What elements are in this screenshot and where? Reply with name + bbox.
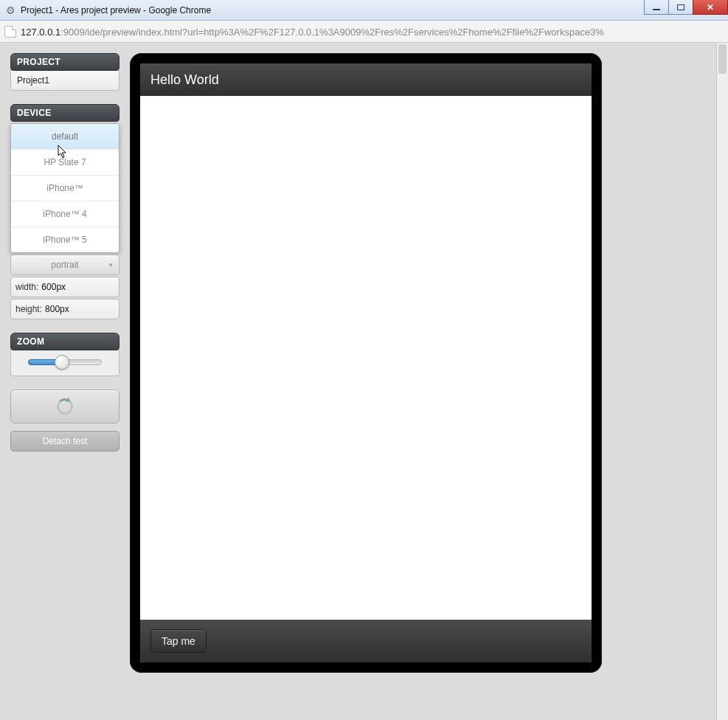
detach-test-button[interactable]: Detach test <box>10 431 119 451</box>
zoom-panel-header: ZOOM <box>10 333 119 350</box>
reload-icon <box>57 398 73 415</box>
device-screen: Hello World Tap me <box>140 63 592 662</box>
device-height-row: height: 800px <box>10 299 119 319</box>
orientation-select[interactable]: portrait ▾ <box>10 255 119 275</box>
window-close-button[interactable]: ✕ <box>693 0 728 15</box>
window-favicon: ⚙ <box>4 4 16 16</box>
orientation-value: portrait <box>51 260 78 270</box>
address-host: 127.0.0.1 <box>21 27 60 38</box>
scrollbar-thumb[interactable] <box>718 44 727 74</box>
preview-app-footer: Tap me <box>140 620 592 662</box>
device-frame: Hello World Tap me <box>130 53 602 673</box>
window-title: Project1 - Ares project preview - Google… <box>21 5 211 15</box>
window-maximize-button[interactable] <box>668 0 693 15</box>
zoom-slider[interactable] <box>28 358 102 367</box>
tap-me-button[interactable]: Tap me <box>150 629 207 653</box>
reload-button[interactable] <box>10 390 119 423</box>
vertical-scrollbar[interactable] <box>716 43 728 720</box>
zoom-panel: ZOOM <box>10 333 119 376</box>
device-option-iphone-4[interactable]: iPhone™ 4 <box>11 201 119 227</box>
preview-app-header: Hello World <box>140 63 592 96</box>
project-name[interactable]: Project1 <box>11 71 119 90</box>
device-option-iphone-5[interactable]: iPhone™ 5 <box>11 227 119 252</box>
preview-app-body <box>140 96 592 620</box>
window-minimize-button[interactable] <box>644 0 669 15</box>
height-label: height: <box>15 304 42 314</box>
zoom-slider-thumb[interactable] <box>55 355 69 370</box>
width-value: 600px <box>41 282 66 292</box>
page-icon <box>4 26 16 38</box>
device-width-row: width: 600px <box>10 277 119 297</box>
address-path: :9009/ide/preview/index.html?url=http%3A… <box>60 27 604 38</box>
device-option-iphone[interactable]: iPhone™ <box>11 176 119 201</box>
project-panel-header: PROJECT <box>10 53 119 71</box>
address-bar[interactable]: 127.0.0.1:9009/ide/preview/index.html?ur… <box>21 25 604 38</box>
chevron-down-icon: ▾ <box>109 261 113 269</box>
height-value: 800px <box>45 304 69 314</box>
project-panel: PROJECT Project1 <box>10 53 119 91</box>
preview-app-title: Hello World <box>150 72 219 88</box>
device-dropdown[interactable]: default HP Slate 7 iPhone™ iPhone™ 4 iPh… <box>10 123 119 253</box>
device-option-default[interactable]: default <box>11 124 119 150</box>
width-label: width: <box>15 282 38 292</box>
device-panel: DEVICE default HP Slate 7 iPhone™ iPhone… <box>10 104 119 319</box>
device-panel-header: DEVICE <box>10 104 119 122</box>
device-option-hp-slate-7[interactable]: HP Slate 7 <box>11 150 119 176</box>
